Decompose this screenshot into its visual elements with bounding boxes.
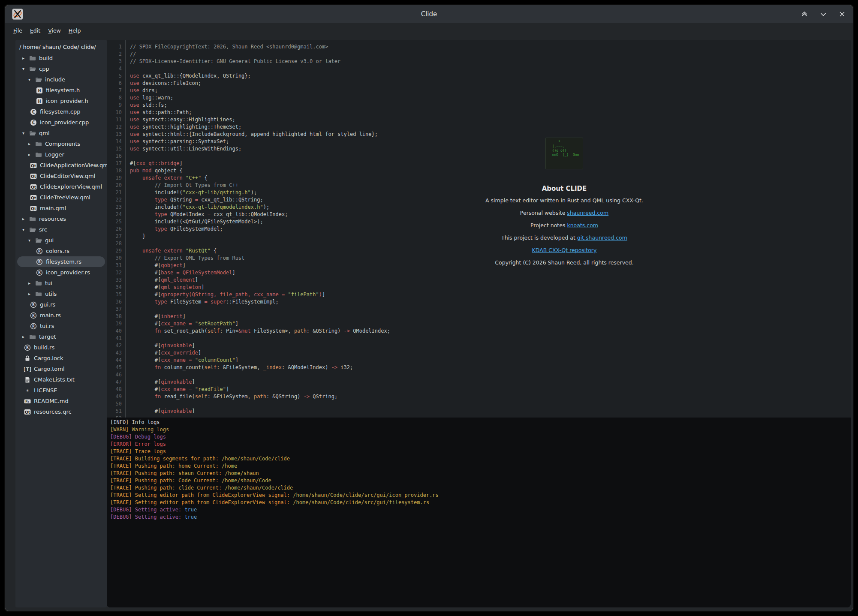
menu-bar: FileEditViewHelp <box>5 23 853 38</box>
tree-item-components[interactable]: ▸Components <box>17 138 105 149</box>
md-file-icon: M↓ <box>24 398 31 405</box>
line-number: 8 <box>107 94 122 102</box>
txt-file-icon <box>24 376 31 383</box>
line-number: 32 <box>107 269 122 276</box>
collapse-arrow-icon[interactable]: ▾ <box>26 238 35 243</box>
kdab-repo-link[interactable]: KDAB CXX-Qt repository <box>532 247 597 253</box>
code-line: #[qinvokable] <box>130 408 851 415</box>
collapse-arrow-icon[interactable]: ▾ <box>20 131 29 135</box>
tree-item-filesystem-rs[interactable]: Rfilesystem.rs <box>17 256 105 267</box>
menu-item-help[interactable]: Help <box>65 26 85 35</box>
tree-item-tui[interactable]: ▸tui <box>17 278 105 288</box>
about-developed-at: This project is developed at git.shaunre… <box>457 234 671 242</box>
personal-website-link[interactable]: shaunreed.com <box>567 210 608 216</box>
tree-item-colors-rs[interactable]: Rcolors.rs <box>17 246 105 256</box>
collapse-arrow-icon[interactable]: ▾ <box>20 227 29 232</box>
folder-icon <box>29 55 36 62</box>
tree-item-label: ClideTreeView.qml <box>40 194 90 201</box>
about-project-notes: Project notes knoats.com <box>457 221 671 230</box>
tree-item-clideexplorerview-qml[interactable]: QtClideExplorerView.qml <box>17 181 105 192</box>
tree-item-build-rs[interactable]: Rbuild.rs <box>17 342 105 353</box>
tree-item-tui-rs[interactable]: Rtui.rs <box>17 321 105 331</box>
menu-item-file[interactable]: File <box>9 26 26 35</box>
tree-item-icon-provider-cpp[interactable]: Cicon_provider.cpp <box>17 117 105 128</box>
tree-item-clideeditorview-qml[interactable]: QtClideEditorView.qml <box>17 171 105 181</box>
code-line: #[qinvokable] <box>130 379 851 386</box>
log-line: [DEBUG] Setting active: true <box>110 506 847 514</box>
tree-item-icon-provider-h[interactable]: Hicon_provider.h <box>17 96 105 106</box>
log-console[interactable]: [INFO] Info logs[WARN] Warning logs[DEBU… <box>107 418 851 607</box>
tree-item-icon-provider-rs[interactable]: Ricon_provider.rs <box>17 267 105 278</box>
tree-item-clideapplicationview-qml[interactable]: QtClideApplicationView.qml <box>17 160 105 171</box>
line-number: 46 <box>107 371 122 379</box>
tree-item-main-qml[interactable]: Qtmain.qml <box>17 203 105 213</box>
tree-item-cargo-toml[interactable]: [T]Cargo.toml <box>17 364 105 374</box>
file-tree[interactable]: / home/ shaun/ Code/ clide/ ▸build▾cpp▾i… <box>15 40 107 607</box>
line-number: 22 <box>107 196 122 204</box>
tree-item-resources[interactable]: ▸resources <box>17 213 105 224</box>
line-number: 24 <box>107 211 122 218</box>
tree-item-src[interactable]: ▾src <box>17 224 105 235</box>
tree-item-readme-md[interactable]: M↓README.md <box>17 396 105 406</box>
menu-item-view[interactable]: View <box>44 26 65 35</box>
tree-item-build[interactable]: ▸build <box>17 53 105 63</box>
window-title: Clide <box>421 10 437 18</box>
expand-arrow-icon[interactable]: ▸ <box>20 216 29 221</box>
log-line: [TRACE] Pushing path: clide Current: /ho… <box>110 484 847 492</box>
git-repo-link[interactable]: git.shaunreed.com <box>577 234 627 241</box>
line-number: 7 <box>107 87 122 94</box>
tree-item-cargo-lock[interactable]: Cargo.lock <box>17 353 105 364</box>
expand-arrow-icon[interactable]: ▸ <box>26 281 35 285</box>
code-line: // SPDX-License-Identifier: GNU General … <box>130 58 851 65</box>
tree-item-filesystem-h[interactable]: Hfilesystem.h <box>17 85 105 96</box>
line-number: 48 <box>107 386 122 393</box>
ascii-logo: * |.===. {}o o{} --ooO--(_)--Ooo-- <box>545 138 583 169</box>
tree-item-label: filesystem.h <box>46 87 80 93</box>
log-line: [TRACE] Trace logs <box>110 448 847 455</box>
tree-item-gui-rs[interactable]: Rgui.rs <box>17 299 105 310</box>
line-number: 43 <box>107 349 122 357</box>
collapse-arrow-icon[interactable]: ▾ <box>20 66 29 71</box>
maximize-button[interactable] <box>801 10 808 18</box>
tree-item-filesystem-cpp[interactable]: Cfilesystem.cpp <box>17 106 105 117</box>
line-number: 29 <box>107 247 122 255</box>
tree-item-cpp[interactable]: ▾cpp <box>17 63 105 74</box>
expand-arrow-icon[interactable]: ▸ <box>26 152 35 157</box>
tree-item-utils[interactable]: ▸utils <box>17 288 105 299</box>
expand-arrow-icon[interactable]: ▸ <box>20 56 29 60</box>
tree-item-label: main.qml <box>40 205 66 211</box>
tree-item-resources-qrc[interactable]: Qtresources.qrc <box>17 406 105 417</box>
folder-icon <box>29 334 36 340</box>
tree-item-gui[interactable]: ▾gui <box>17 235 105 246</box>
line-number: 4 <box>107 65 122 72</box>
qt-file-icon: Qt <box>30 183 37 190</box>
expand-arrow-icon[interactable]: ▸ <box>26 291 35 296</box>
minimize-button[interactable] <box>819 10 827 18</box>
expand-arrow-icon[interactable]: ▸ <box>26 141 35 146</box>
code-editor[interactable]: 1234567891011121314151617181920212223242… <box>107 40 851 418</box>
line-number: 20 <box>107 182 122 189</box>
tree-item-logger[interactable]: ▸Logger <box>17 149 105 160</box>
tree-item-clidetreeview-qml[interactable]: QtClideTreeView.qml <box>17 192 105 203</box>
folder-open-icon <box>29 66 36 72</box>
tree-item-target[interactable]: ▸target <box>17 331 105 342</box>
tree-item-cmakelists-txt[interactable]: CMakeLists.txt <box>17 374 105 385</box>
line-number: 49 <box>107 393 122 400</box>
tree-item-main-rs[interactable]: Rmain.rs <box>17 310 105 321</box>
tree-item-qml[interactable]: ▾qml <box>17 128 105 138</box>
line-number: 15 <box>107 145 122 153</box>
project-notes-link[interactable]: knoats.com <box>567 222 598 228</box>
about-panel: * |.===. {}o o{} --ooO--(_)--Ooo-- About… <box>457 138 671 267</box>
app-icon <box>12 9 23 20</box>
tree-item-label: LICENSE <box>34 387 57 394</box>
svg-text:M↓: M↓ <box>25 400 29 403</box>
collapse-arrow-icon[interactable]: ▾ <box>26 77 35 82</box>
code-line: use std::fs; <box>130 102 851 109</box>
svg-text:Qt: Qt <box>31 174 36 178</box>
tree-item-include[interactable]: ▾include <box>17 74 105 85</box>
expand-arrow-icon[interactable]: ▸ <box>20 334 29 339</box>
menu-item-edit[interactable]: Edit <box>26 26 44 35</box>
tree-item-license[interactable]: ✶LICENSE <box>17 385 105 396</box>
tree-item-label: gui.rs <box>40 301 55 308</box>
close-button[interactable] <box>838 10 846 18</box>
